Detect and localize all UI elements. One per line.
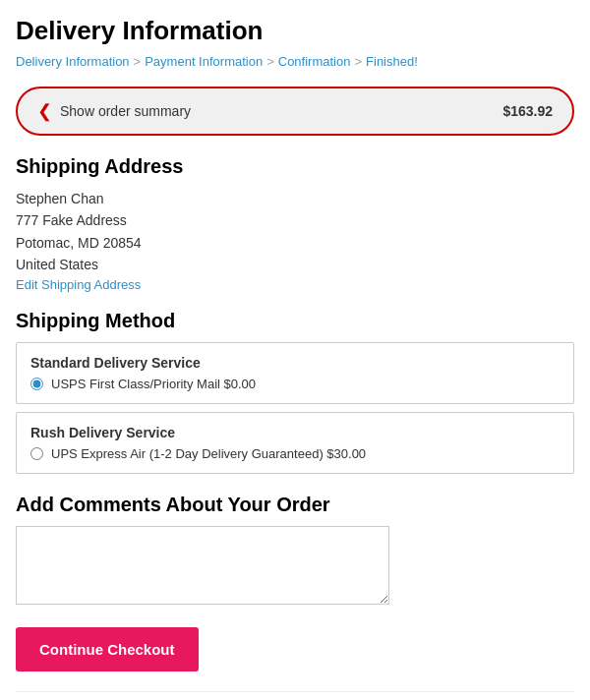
order-summary-text: Show order summary bbox=[60, 103, 191, 119]
shipping-address-title: Shipping Address bbox=[16, 155, 574, 178]
toggle-icon: ❮ bbox=[37, 100, 52, 122]
comments-title: Add Comments About Your Order bbox=[16, 494, 574, 516]
continue-checkout-button[interactable]: Continue Checkout bbox=[16, 627, 199, 671]
breadcrumb-payment[interactable]: Payment Information bbox=[145, 54, 263, 69]
address-name: Stephen Chan bbox=[16, 188, 574, 209]
rush-delivery-text: UPS Express Air (1-2 Day Delivery Guaran… bbox=[51, 446, 366, 461]
order-summary-amount: $163.92 bbox=[502, 103, 553, 119]
breadcrumb-sep-1: > bbox=[134, 54, 142, 69]
standard-delivery-text: USPS First Class/Priority Mail $0.00 bbox=[51, 377, 256, 391]
order-summary-bar[interactable]: ❮ Show order summary $163.92 bbox=[16, 87, 574, 136]
address-street: 777 Fake Address bbox=[16, 209, 574, 231]
standard-delivery-radio[interactable] bbox=[30, 378, 43, 390]
breadcrumb-delivery[interactable]: Delivery Information bbox=[16, 54, 130, 69]
standard-delivery-title: Standard Delivery Service bbox=[30, 355, 560, 371]
rush-delivery-title: Rush Delivery Service bbox=[30, 425, 560, 440]
shipping-address-section: Shipping Address Stephen Chan 777 Fake A… bbox=[16, 155, 574, 292]
breadcrumb-bottom: Delivery Information > Payment Informati… bbox=[16, 691, 574, 700]
order-summary-label: ❮ Show order summary bbox=[37, 100, 191, 122]
breadcrumb-confirmation[interactable]: Confirmation bbox=[278, 54, 351, 69]
breadcrumb-finished[interactable]: Finished! bbox=[366, 54, 418, 69]
page-title: Delivery Information bbox=[16, 16, 574, 46]
address-country: United States bbox=[16, 254, 574, 275]
rush-delivery-option: Rush Delivery Service UPS Express Air (1… bbox=[16, 412, 574, 474]
comments-input-container bbox=[16, 526, 574, 608]
standard-delivery-label[interactable]: USPS First Class/Priority Mail $0.00 bbox=[30, 377, 560, 391]
comments-section: Add Comments About Your Order bbox=[16, 494, 574, 608]
breadcrumb-top: Delivery Information > Payment Informati… bbox=[16, 54, 574, 69]
shipping-method-title: Shipping Method bbox=[16, 310, 574, 332]
address-city-state-zip: Potomac, MD 20854 bbox=[16, 232, 574, 254]
rush-delivery-label[interactable]: UPS Express Air (1-2 Day Delivery Guaran… bbox=[30, 446, 560, 461]
edit-shipping-address-link[interactable]: Edit Shipping Address bbox=[16, 277, 141, 292]
breadcrumb-sep-3: > bbox=[354, 54, 362, 69]
standard-delivery-option: Standard Delivery Service USPS First Cla… bbox=[16, 342, 574, 404]
shipping-address-details: Stephen Chan 777 Fake Address Potomac, M… bbox=[16, 188, 574, 292]
shipping-methods-list: Standard Delivery Service USPS First Cla… bbox=[16, 342, 574, 474]
rush-delivery-radio[interactable] bbox=[30, 447, 43, 460]
shipping-method-section: Shipping Method Standard Delivery Servic… bbox=[16, 310, 574, 474]
breadcrumb-sep-2: > bbox=[266, 54, 274, 69]
comments-textarea[interactable] bbox=[16, 526, 389, 605]
